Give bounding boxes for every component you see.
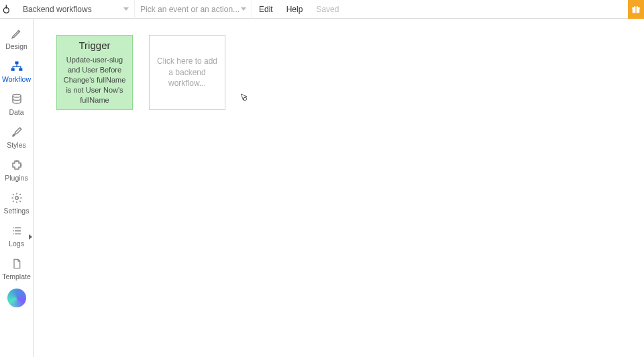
svg-point-9 [19,164,21,166]
page-dropdown[interactable]: Backend workflows [17,0,135,19]
sidebar-item-design[interactable]: Design [0,23,34,56]
svg-rect-6 [19,68,22,71]
chevron-right-icon [29,234,32,240]
page-dropdown-label: Backend workflows [23,5,92,14]
svg-rect-5 [11,68,14,71]
sidebar-label: Plugins [5,174,28,182]
workflow-icon [10,60,23,73]
sidebar-item-plugins[interactable]: Plugins [0,154,34,187]
document-icon [10,257,23,270]
sidebar-item-workflow[interactable]: Workflow [0,56,34,89]
topbar: Backend workflows Pick an event or an ac… [0,0,644,19]
svg-point-7 [13,95,21,98]
sidebar-item-template[interactable]: Template [0,253,34,286]
sidebar-label: Settings [4,207,30,215]
svg-point-8 [15,160,17,162]
pencil-icon [10,27,23,40]
sidebar-item-styles[interactable]: Styles [0,121,34,154]
sidebar: Design Workflow Data Styles Plugins Sett… [0,19,34,357]
trigger-card-title: Trigger [79,40,111,51]
edit-button[interactable]: Edit [252,0,280,19]
event-action-placeholder: Pick an event or an action... [140,5,239,14]
svg-point-10 [15,197,18,200]
sidebar-label: Data [9,108,23,116]
database-icon [10,93,23,106]
trigger-card[interactable]: Trigger Update-user-slug and User Before… [56,35,133,110]
sidebar-label: Styles [7,141,26,149]
add-workflow-card[interactable]: Click here to add a backend workflow... [149,35,225,110]
workflow-canvas: Trigger Update-user-slug and User Before… [40,19,644,357]
event-action-dropdown[interactable]: Pick an event or an action... [135,0,252,19]
bubble-logo[interactable] [1,3,15,16]
svg-rect-4 [15,62,18,64]
add-workflow-label: Click here to add a backend workflow... [155,56,219,89]
help-button[interactable]: Help [280,0,310,19]
trigger-card-description: Update-user-slug and User Before Change'… [62,55,127,105]
sidebar-label: Logs [9,240,24,248]
puzzle-icon [10,158,23,172]
saved-status: Saved [309,0,345,19]
chevron-down-icon [241,7,246,11]
sidebar-label: Design [5,42,28,50]
sidebar-item-data[interactable]: Data [0,89,34,121]
cards-row: Trigger Update-user-slug and User Before… [56,35,628,110]
brush-icon [10,125,23,139]
sidebar-item-logs[interactable]: Logs [0,220,34,253]
sidebar-label: Workflow [2,75,31,83]
sidebar-label: Template [2,272,31,280]
chevron-down-icon [123,7,129,11]
list-icon [10,224,23,238]
svg-rect-3 [635,7,636,13]
assistant-icon[interactable] [7,289,26,307]
sidebar-item-settings[interactable]: Settings [0,187,34,220]
gear-icon [10,191,23,205]
gift-icon[interactable] [628,0,644,19]
